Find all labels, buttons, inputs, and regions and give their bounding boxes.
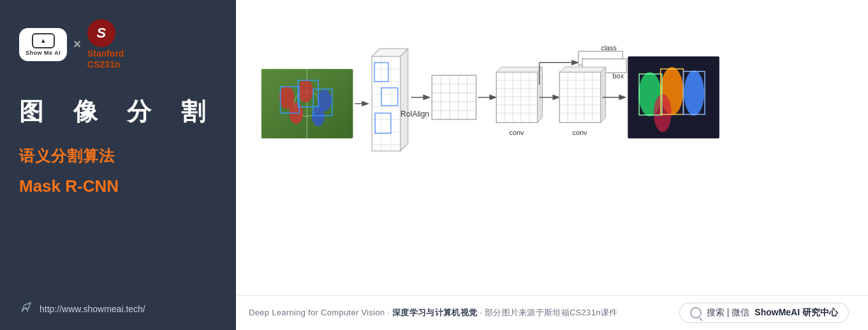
footer-text: Deep Learning for Computer Vision · 深度学习… [249,307,617,319]
svg-rect-15 [372,56,401,151]
svg-marker-71 [559,67,605,72]
svg-rect-31 [432,75,476,119]
svg-point-8 [312,106,325,126]
algorithm-name: Mask R-CNN [19,176,217,196]
bottom-bar: Deep Learning for Computer Vision · 深度学习… [236,295,868,330]
sidebar: Show Me AI × S Stanford CS231n 图 像 分 割 语… [0,0,236,330]
url-icon [19,300,33,317]
subtitle: 语义分割算法 [19,146,217,166]
svg-marker-51 [496,67,542,72]
svg-point-78 [684,70,704,115]
content-area: RoIAlign [236,0,868,330]
diagram-area: RoIAlign [236,0,868,295]
svg-point-5 [298,80,313,103]
stanford-logo: S Stanford CS231n [87,19,124,70]
showmeai-icon [32,33,55,48]
brand-label: ShowMeAI 研究中心 [754,307,838,319]
architecture-diagram: RoIAlign [249,30,849,272]
svg-rect-41 [496,72,537,122]
svg-rect-61 [559,72,600,122]
url-text[interactable]: http://www.showmeai.tech/ [40,304,145,314]
search-badge[interactable]: 搜索 | 微信 ShowMeAI 研究中心 [679,303,849,323]
svg-marker-26 [401,48,408,150]
main-title: 图 像 分 割 [19,96,217,128]
svg-text:class: class [601,43,617,51]
svg-point-79 [654,94,672,131]
svg-marker-72 [601,67,606,122]
svg-marker-52 [538,67,543,122]
showmeai-logo: Show Me AI [19,28,67,61]
showmeai-text: Show Me AI [26,50,61,56]
roialign-text: RoIAlign [401,109,429,118]
stanford-s-icon: S [87,19,115,47]
svg-text:box: box [613,72,624,80]
svg-text:conv: conv [573,129,588,136]
search-icon [690,307,702,319]
x-separator: × [73,37,81,52]
search-label: 搜索 | 微信 [707,307,749,319]
url-area: http://www.showmeai.tech/ [19,300,217,317]
svg-text:conv: conv [509,129,524,136]
logo-area: Show Me AI × S Stanford CS231n [19,19,217,70]
stanford-name: Stanford CS231n [87,48,124,70]
